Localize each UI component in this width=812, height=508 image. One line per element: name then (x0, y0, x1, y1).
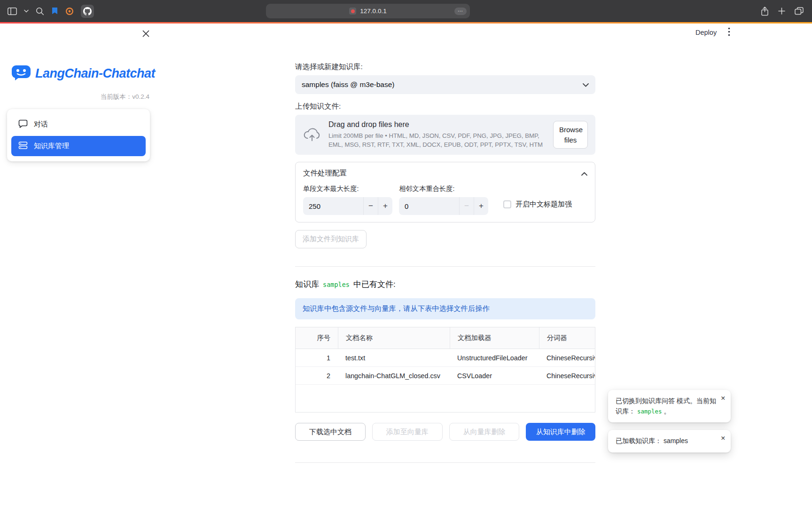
sidebar-toggle-icon[interactable] (8, 8, 17, 15)
table-header[interactable]: 文档名称 (338, 327, 450, 349)
cell-loader: UnstructuredFileLoader (450, 349, 539, 366)
select-chevron-down-icon (583, 80, 589, 89)
add-files-button[interactable]: 添加文件到知识库 (295, 230, 367, 248)
uploader-limit: Limit 200MB per file • HTML, MD, JSON, C… (328, 131, 546, 149)
knowledge-base-icon (18, 141, 28, 151)
decrement-button[interactable]: − (459, 197, 474, 215)
overlap-size-label: 相邻文本重合长度: (399, 184, 488, 193)
cell-splitter: ChineseRecursive (539, 367, 595, 384)
sidebar-item-chat[interactable]: 对话 (11, 114, 146, 135)
heading-suffix: 中已有文件: (353, 279, 396, 290)
logo-icon (11, 64, 31, 83)
kb-selectbox-value: samples (faiss @ m3e-base) (302, 80, 583, 89)
sidebar-item-label: 对话 (34, 120, 48, 129)
url-more-icon[interactable]: ⋯ (454, 7, 467, 15)
toolbar-left (8, 0, 94, 22)
browse-files-button[interactable]: Browse files (553, 121, 588, 149)
cell-doc-name: test.txt (338, 349, 450, 366)
table-header[interactable]: 分词器 (539, 327, 595, 349)
divider (295, 266, 595, 267)
info-banner: 知识库中包含源文件与向量库，请从下表中选择文件后操作 (295, 298, 595, 319)
download-selected-button[interactable]: 下载选中文档 (295, 423, 366, 441)
table-actions: 下载选中文档 添加至向量库 从向量库删除 从知识库中删除 (295, 423, 595, 441)
url-bar[interactable]: 127.0.0.1 ⋯ (266, 4, 470, 18)
toast-kb-loaded: 已加载知识库： samples ✕ (608, 430, 731, 452)
deploy-button[interactable]: Deploy (695, 29, 717, 36)
cell-loader: CSVLoader (450, 367, 539, 384)
overlap-size-value[interactable]: 0 (399, 197, 459, 215)
file-uploader-dropzone[interactable]: Drag and drop files here Limit 200MB per… (295, 115, 595, 155)
divider (295, 462, 595, 463)
decrement-button[interactable]: − (363, 197, 378, 215)
uploader-title: Drag and drop files here (328, 120, 546, 129)
app-logo: LangChain-Chatchat (11, 64, 155, 83)
checkbox-box[interactable] (503, 200, 511, 208)
search-icon[interactable] (36, 7, 44, 16)
kb-select-label: 请选择或新建知识库: (295, 62, 595, 72)
delete-from-kb-button[interactable]: 从知识库中删除 (526, 423, 595, 441)
chunk-size-value[interactable]: 250 (303, 197, 363, 215)
chunk-size-input[interactable]: 250 − + (303, 197, 392, 215)
table-header[interactable]: 序号 (296, 327, 338, 349)
app-header-actions: Deploy (695, 27, 730, 38)
increment-button[interactable]: + (378, 197, 392, 215)
uploader-texts: Drag and drop files here Limit 200MB per… (328, 120, 546, 149)
kb-name-code: samples (637, 408, 662, 415)
sidebar: LangChain-Chatchat 当前版本：v0.2.4 对话 知识库管理 (0, 24, 157, 508)
delete-from-vectorstore-button[interactable]: 从向量库删除 (449, 423, 520, 441)
main-content: 请选择或新建知识库: samples (faiss @ m3e-base) 上传… (295, 62, 595, 463)
table-empty-area (296, 385, 595, 412)
toast-text: 已加载知识库： samples (616, 437, 688, 444)
upload-label: 上传知识文件: (295, 102, 595, 111)
site-favicon (349, 8, 356, 15)
toast-text: 。 (664, 407, 670, 415)
table-row[interactable]: 1 test.txt UnstructuredFileLoader Chines… (296, 349, 595, 367)
overlap-size-input[interactable]: 0 − + (399, 197, 488, 215)
sidebar-item-label: 知识库管理 (34, 142, 69, 151)
add-to-vectorstore-button[interactable]: 添加至向量库 (372, 423, 443, 441)
heading-prefix: 知识库 (295, 279, 319, 290)
new-tab-icon[interactable] (778, 8, 785, 15)
cell-splitter: ChineseRecursive (539, 349, 595, 366)
cell-index: 1 (296, 349, 338, 366)
table-header[interactable]: 文档加载器 (450, 327, 539, 349)
url-text: 127.0.0.1 (360, 8, 386, 15)
github-icon[interactable] (81, 5, 94, 18)
share-icon[interactable] (761, 7, 769, 16)
cell-doc-name: langchain-ChatGLM_closed.csv (338, 367, 450, 384)
extension-bookmark-icon[interactable] (51, 7, 58, 15)
zh-title-enhance-checkbox[interactable]: 开启中文标题加强 (503, 200, 572, 209)
expander-header[interactable]: 文件处理配置 (296, 162, 595, 183)
toast-close-icon[interactable]: ✕ (721, 394, 726, 403)
chevron-down-icon[interactable] (24, 9, 29, 13)
checkbox-label: 开启中文标题加强 (515, 200, 572, 209)
cloud-upload-icon (303, 127, 321, 143)
toast-close-icon[interactable]: ✕ (721, 434, 726, 443)
overlap-size-group: 相邻文本重合长度: 0 − + (399, 184, 488, 215)
chevron-up-icon (581, 169, 587, 178)
kb-files-table: 序号 文档名称 文档加载器 分词器 1 test.txt Unstructure… (295, 327, 595, 413)
extension-record-icon[interactable] (65, 7, 74, 16)
toast-mode-switched: 已切换到知识库问答 模式。当前知识库： samples 。 ✕ (608, 390, 731, 422)
toolbar-right (761, 0, 804, 22)
table-header-row: 序号 文档名称 文档加载器 分词器 (296, 327, 595, 349)
tab-overview-icon[interactable] (795, 7, 804, 15)
chunk-size-group: 单段文本最大长度: 250 − + (303, 184, 392, 215)
sidebar-close-icon[interactable] (141, 29, 150, 38)
cell-index: 2 (296, 367, 338, 384)
kb-name-code: samples (323, 281, 350, 288)
file-config-expander: 文件处理配置 单段文本最大长度: 250 − + 相邻文本重合长度: 0 − + (295, 162, 595, 222)
sidebar-menu: 对话 知识库管理 (7, 109, 150, 161)
kb-files-heading: 知识库 samples 中已有文件: (295, 279, 595, 290)
chunk-size-label: 单段文本最大长度: (303, 184, 392, 193)
chat-bubble-icon (18, 119, 28, 130)
expander-body: 单段文本最大长度: 250 − + 相邻文本重合长度: 0 − + 开启中文标题… (296, 183, 595, 222)
logo-text: LangChain-Chatchat (35, 66, 155, 81)
kb-selectbox[interactable]: samples (faiss @ m3e-base) (295, 75, 595, 94)
table-row[interactable]: 2 langchain-ChatGLM_closed.csv CSVLoader… (296, 367, 595, 385)
kebab-menu-icon[interactable] (728, 27, 730, 38)
increment-button[interactable]: + (474, 197, 488, 215)
browser-chrome: 127.0.0.1 ⋯ (0, 0, 812, 22)
sidebar-item-knowledge-base[interactable]: 知识库管理 (11, 136, 146, 156)
expander-title: 文件处理配置 (303, 168, 347, 178)
